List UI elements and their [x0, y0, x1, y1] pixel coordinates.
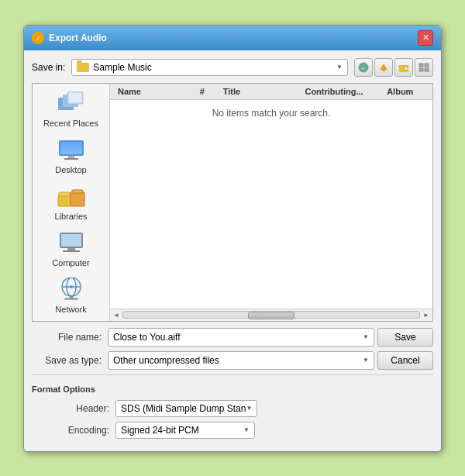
filetype-row: Save as type: Other uncompressed files ▼…	[32, 351, 433, 370]
col-album: Album	[384, 86, 428, 97]
col-title: Title	[220, 86, 302, 97]
sidebar-item-label: Recent Places	[43, 119, 98, 128]
horizontal-scrollbar[interactable]: ◄ ►	[110, 309, 432, 321]
sidebar-item-computer[interactable]: Computer	[36, 227, 106, 271]
export-audio-dialog: ♪ Export Audio ✕ Save in: Sample Music ▼…	[23, 25, 442, 452]
up-button[interactable]	[374, 58, 393, 77]
sidebar: Recent Places	[33, 84, 110, 321]
svg-text:+: +	[405, 66, 408, 71]
svg-rect-23	[72, 190, 83, 193]
filename-input[interactable]: Close to You.aiff ▼	[108, 328, 374, 347]
encoding-select[interactable]: Signed 24-bit PCM ▼	[115, 422, 255, 439]
svg-rect-21	[59, 192, 70, 196]
dropdown-arrow-icon: ▼	[336, 64, 343, 71]
filename-row: File name: Close to You.aiff ▼ Save	[32, 328, 433, 347]
header-select[interactable]: SDS (Midi Sample Dump Stan ▼	[115, 400, 257, 417]
format-options-section: Format Options Header: SDS (Midi Sample …	[32, 374, 433, 439]
svg-rect-9	[419, 68, 423, 71]
sidebar-item-label: Desktop	[55, 165, 86, 174]
save-in-dropdown[interactable]: Sample Music ▼	[71, 59, 348, 76]
svg-rect-25	[61, 234, 81, 247]
format-options-label: Format Options	[32, 385, 433, 394]
svg-rect-19	[64, 158, 78, 160]
file-list-content: No items match your search.	[110, 100, 432, 309]
filetype-input-wrapper: Other uncompressed files ▼ Cancel	[108, 351, 433, 370]
dialog-title: Export Audio	[49, 33, 107, 43]
close-button[interactable]: ✕	[418, 30, 433, 46]
svg-rect-33	[70, 296, 73, 298]
desktop-icon	[56, 137, 87, 164]
save-in-row: Save in: Sample Music ▼ ←	[32, 58, 433, 77]
folder-icon	[77, 63, 89, 72]
file-table-header: Name # Title Contributing... Album	[110, 84, 432, 100]
app-icon: ♪	[32, 32, 44, 44]
col-num: #	[197, 86, 220, 97]
filetype-select[interactable]: Other uncompressed files ▼	[108, 351, 374, 370]
toolbar-icons: ← +	[354, 58, 433, 77]
col-name: Name	[115, 86, 197, 97]
col-contrib: Contributing...	[301, 86, 384, 97]
encoding-value: Signed 24-bit PCM	[121, 425, 199, 436]
svg-rect-18	[68, 156, 74, 158]
header-dropdown-arrow-icon: ▼	[246, 405, 252, 412]
filetype-value: Other uncompressed files	[113, 355, 219, 366]
title-bar: ♪ Export Audio ✕	[24, 26, 441, 50]
filename-input-wrapper: Close to You.aiff ▼ Save	[108, 328, 433, 347]
scroll-right-arrow[interactable]: ►	[422, 312, 431, 319]
header-label: Header:	[47, 403, 109, 414]
views-button[interactable]	[415, 58, 433, 77]
format-inner: Header: SDS (Midi Sample Dump Stan ▼ Enc…	[32, 400, 433, 439]
computer-icon	[56, 230, 87, 257]
libraries-icon	[56, 184, 87, 210]
sidebar-item-label: Computer	[52, 258, 89, 267]
filetype-dropdown-arrow-icon: ▼	[363, 357, 369, 364]
scroll-left-arrow[interactable]: ◄	[112, 312, 121, 319]
file-area: Name # Title Contributing... Album No it…	[110, 84, 432, 321]
filename-label: File name:	[32, 332, 102, 343]
svg-rect-8	[425, 64, 429, 67]
svg-rect-14	[69, 93, 81, 102]
sidebar-item-network[interactable]: Network	[36, 274, 106, 317]
scroll-thumb[interactable]	[248, 312, 294, 319]
svg-rect-27	[63, 250, 80, 252]
new-folder-button[interactable]: +	[394, 58, 413, 77]
back-button[interactable]: ←	[354, 58, 373, 77]
sidebar-item-label: Libraries	[54, 212, 87, 221]
empty-message: No items match your search.	[212, 108, 331, 119]
dialog-body: Save in: Sample Music ▼ ←	[24, 50, 441, 451]
encoding-label: Encoding:	[47, 425, 109, 436]
scroll-track[interactable]	[122, 311, 420, 319]
sidebar-item-desktop[interactable]: Desktop	[36, 134, 106, 178]
cancel-button[interactable]: Cancel	[377, 351, 433, 370]
sidebar-item-libraries[interactable]: Libraries	[36, 181, 106, 224]
save-in-label: Save in:	[32, 62, 65, 73]
filename-value: Close to You.aiff	[113, 332, 181, 343]
svg-point-31	[70, 285, 73, 288]
recent-places-icon	[56, 91, 87, 117]
network-icon	[56, 277, 87, 303]
svg-rect-17	[60, 142, 82, 154]
svg-rect-26	[67, 248, 75, 250]
svg-rect-22	[71, 192, 84, 206]
filename-dropdown-arrow-icon: ▼	[363, 333, 369, 340]
save-in-value: Sample Music	[93, 62, 151, 73]
svg-rect-20	[58, 195, 71, 206]
encoding-dropdown-arrow-icon: ▼	[243, 426, 250, 433]
sidebar-item-recent-places[interactable]: Recent Places	[36, 88, 106, 131]
svg-rect-10	[425, 68, 429, 71]
header-value: SDS (Midi Sample Dump Stan	[121, 403, 246, 414]
main-area: Recent Places	[32, 83, 433, 322]
filetype-label: Save as type:	[32, 355, 102, 366]
save-button[interactable]: Save	[377, 328, 433, 347]
encoding-row: Encoding: Signed 24-bit PCM ▼	[47, 422, 433, 439]
header-row: Header: SDS (Midi Sample Dump Stan ▼	[47, 400, 433, 417]
svg-rect-7	[419, 64, 423, 67]
sidebar-item-label: Network	[55, 305, 86, 314]
title-bar-left: ♪ Export Audio	[32, 32, 107, 44]
svg-text:←: ←	[360, 64, 367, 72]
svg-rect-3	[382, 68, 385, 71]
